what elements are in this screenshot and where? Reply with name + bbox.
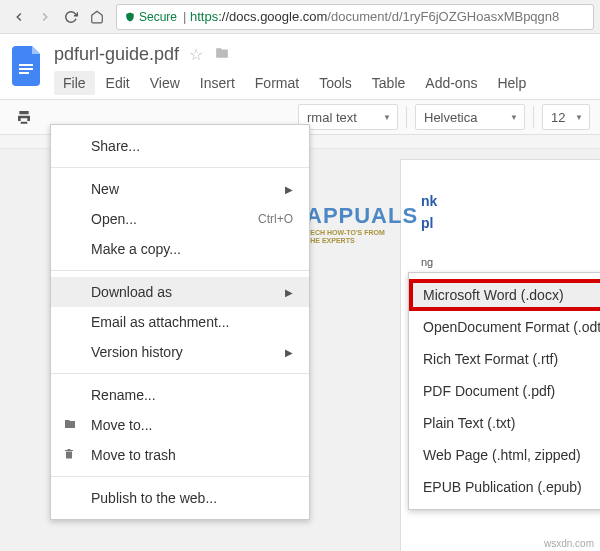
menu-item-download-as[interactable]: Download as ▶ [51, 277, 309, 307]
url-scheme: https [190, 9, 218, 24]
back-button[interactable] [6, 4, 32, 30]
browser-toolbar: Secure | https ://docs.google.com /docum… [0, 0, 600, 34]
menu-file[interactable]: File [54, 71, 95, 95]
svg-rect-1 [19, 68, 33, 70]
separator [51, 373, 309, 374]
print-icon[interactable] [10, 103, 38, 131]
separator [406, 106, 407, 128]
menu-help[interactable]: Help [488, 71, 535, 95]
url-host: ://docs.google.com [218, 9, 327, 24]
menu-item-move-to[interactable]: Move to... [51, 410, 309, 440]
menu-tools[interactable]: Tools [310, 71, 361, 95]
document-title[interactable]: pdfurl-guide.pdf [54, 44, 179, 65]
file-menu-dropdown: Share... New ▶ Open... Ctrl+O Make a cop… [50, 124, 310, 520]
style-label: rmal text [307, 110, 357, 125]
submenu-item-pdf[interactable]: PDF Document (.pdf) [409, 375, 600, 407]
menu-item-share[interactable]: Share... [51, 131, 309, 161]
menu-item-version-history[interactable]: Version history ▶ [51, 337, 309, 367]
menu-insert[interactable]: Insert [191, 71, 244, 95]
address-bar[interactable]: Secure | https ://docs.google.com /docum… [116, 4, 594, 30]
separator [51, 270, 309, 271]
svg-rect-2 [19, 72, 29, 74]
menu-format[interactable]: Format [246, 71, 308, 95]
font-size-select[interactable]: 12 [542, 104, 590, 130]
star-icon[interactable]: ☆ [189, 45, 203, 64]
secure-indicator: Secure [125, 10, 177, 24]
submenu-item-rtf[interactable]: Rich Text Format (.rtf) [409, 343, 600, 375]
menu-item-open[interactable]: Open... Ctrl+O [51, 204, 309, 234]
svg-rect-0 [19, 64, 33, 66]
menu-item-rename[interactable]: Rename... [51, 380, 309, 410]
menu-item-new[interactable]: New ▶ [51, 174, 309, 204]
submenu-item-txt[interactable]: Plain Text (.txt) [409, 407, 600, 439]
trash-icon [63, 447, 75, 464]
submenu-item-html[interactable]: Web Page (.html, zipped) [409, 439, 600, 471]
menu-item-publish[interactable]: Publish to the web... [51, 483, 309, 513]
submenu-item-odt[interactable]: OpenDocument Format (.odt) [409, 311, 600, 343]
separator [51, 476, 309, 477]
folder-icon [63, 417, 77, 433]
reload-button[interactable] [58, 4, 84, 30]
attribution-text: wsxdn.com [544, 538, 594, 549]
font-size-label: 12 [551, 110, 565, 125]
submenu-arrow-icon: ▶ [285, 287, 293, 298]
menu-item-make-copy[interactable]: Make a copy... [51, 234, 309, 264]
separator [533, 106, 534, 128]
menu-item-move-to-trash[interactable]: Move to trash [51, 440, 309, 470]
font-family-select[interactable]: Helvetica [415, 104, 525, 130]
google-docs-logo[interactable] [8, 46, 48, 86]
forward-button[interactable] [32, 4, 58, 30]
submenu-item-docx[interactable]: Microsoft Word (.docx) [409, 279, 600, 311]
paragraph-style-select[interactable]: rmal text [298, 104, 398, 130]
download-as-submenu: Microsoft Word (.docx) OpenDocument Form… [408, 272, 600, 510]
shortcut-label: Ctrl+O [258, 212, 293, 226]
separator [51, 167, 309, 168]
url-path: /document/d/1ryF6jOZGHoasxMBpqgn8 [327, 9, 559, 24]
submenu-arrow-icon: ▶ [285, 184, 293, 195]
submenu-arrow-icon: ▶ [285, 347, 293, 358]
menu-table[interactable]: Table [363, 71, 414, 95]
menu-edit[interactable]: Edit [97, 71, 139, 95]
menu-item-email-attachment[interactable]: Email as attachment... [51, 307, 309, 337]
home-button[interactable] [84, 4, 110, 30]
secure-label: Secure [139, 10, 177, 24]
menu-view[interactable]: View [141, 71, 189, 95]
menu-bar: File Edit View Insert Format Tools Table… [54, 71, 535, 95]
menu-addons[interactable]: Add-ons [416, 71, 486, 95]
submenu-item-epub[interactable]: EPUB Publication (.epub) [409, 471, 600, 503]
font-label: Helvetica [424, 110, 477, 125]
folder-icon[interactable] [213, 44, 231, 65]
